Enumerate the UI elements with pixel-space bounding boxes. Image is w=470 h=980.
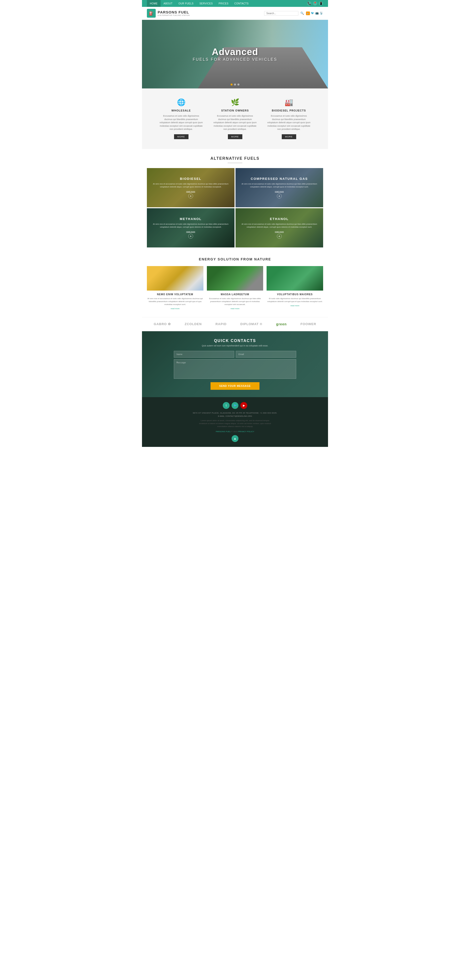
pumps-text: Eccusamus et iusto odio dignissimos duci… [207, 297, 264, 306]
wholesale-icon: 🌐 [159, 98, 203, 106]
station-image [147, 266, 203, 291]
phone2-icon[interactable]: 📱 [319, 1, 323, 6]
nozzle-text: Et iusto odio dignissimos ducimus qui bl… [267, 297, 323, 303]
contact-email-input[interactable] [236, 351, 296, 358]
nozzle-image [267, 266, 323, 291]
hero-subtitle: FUELS FOR ADVANCED VEHICLES [193, 57, 277, 62]
biodiesel-desc: At vero eos et accusamus et iusto odio d… [151, 183, 231, 188]
methanol-overlay: METHANOL At vero eos et accusamus et ius… [147, 208, 235, 247]
biodiesel-projects-title: BIODIESEL PROJECTS [267, 109, 311, 113]
scroll-to-top-button[interactable]: ▲ [232, 435, 238, 442]
fuel-card-methanol[interactable]: METHANOL At vero eos et accusamus et ius… [147, 208, 235, 247]
brand-green: green [276, 322, 287, 326]
hero-dot-3[interactable] [237, 84, 240, 86]
quick-contacts-title: QUICK CONTACTS [174, 339, 296, 343]
biodiesel-plus-icon[interactable]: + [188, 194, 193, 199]
header-right: 🔍 ▶ 🐦 📺 📡 [264, 11, 323, 16]
contact-name-input[interactable] [174, 351, 234, 358]
footer-bottom: PARSONS FUEL © 2015 PRIVACY POLICY [147, 431, 323, 433]
wholesale-title: WHOLESALE [159, 109, 203, 113]
station-owners-more-button[interactable]: MORE [228, 134, 242, 139]
logo: ⛽ PARSONS FUEL & ALTERNATIVE FUELING STA… [147, 9, 190, 18]
ethanol-name: ETHANOL [270, 217, 289, 221]
nav-links: HOME ABOUT OUR FUELS SERVICES PRICES CON… [147, 0, 252, 7]
hero-content: Advanced FUELS FOR ADVANCED VEHICLES [193, 47, 277, 62]
ethanol-read-more[interactable]: read more [275, 231, 284, 233]
nav-home[interactable]: HOME [147, 0, 160, 7]
youtube-icon[interactable]: 📺 [315, 11, 319, 15]
youtube-badge[interactable]: ▶ [306, 11, 310, 15]
footer-youtube-icon[interactable]: ▶ [240, 402, 247, 409]
energy-card-station: NEMO ENIM VOLUPTATEM At vero eos et accu… [147, 266, 203, 310]
site-footer: t 🐦 ▶ 9870 ST VINCENT PLACE, GLASGOW, DC… [142, 397, 328, 447]
pumps-read-more[interactable]: read more [207, 307, 264, 310]
nav-about[interactable]: ABOUT [160, 0, 176, 7]
nav-icons: 📞 📍 📱 [307, 1, 323, 6]
footer-tumblr-icon[interactable]: t [223, 402, 230, 409]
top-nav: HOME ABOUT OUR FUELS SERVICES PRICES CON… [142, 0, 328, 7]
cng-name: COMPRESSED NATURAL GAS [251, 177, 308, 181]
search-input[interactable] [264, 11, 299, 16]
nav-our-fuels[interactable]: OUR FUELS [176, 0, 197, 7]
biodiesel-read-more[interactable]: read more [186, 190, 195, 192]
ethanol-plus-icon[interactable]: + [277, 234, 282, 239]
nav-prices[interactable]: PRICES [216, 0, 231, 7]
biodiesel-projects-text: Eccusamus et iusto odio dignissimos duci… [267, 115, 311, 131]
cng-read-more[interactable]: read more [275, 190, 284, 192]
biodiesel-overlay: BIODIESEL At vero eos et accusamus et iu… [147, 168, 235, 207]
biodiesel-projects-more-button[interactable]: MORE [282, 134, 296, 139]
send-message-button[interactable]: SEND YOUR MESSAGE [211, 382, 259, 390]
social-icons: ▶ 🐦 📺 📡 [306, 11, 323, 15]
rss-icon[interactable]: 📡 [320, 11, 323, 15]
footer-year: © 2015 [231, 431, 238, 433]
feature-wholesale: 🌐 WHOLESALE Eccusamus et iusto odio dign… [154, 96, 208, 142]
footer-privacy-link[interactable]: PRIVACY POLICY [238, 431, 254, 433]
footer-email: E-MAIL: CONTACT@DEMOLINK.ORG [147, 415, 323, 417]
fuel-card-ethanol[interactable]: ETHANOL At vero eos et accusamus et iust… [235, 208, 323, 247]
ethanol-desc: At vero eos et accusamus et iusto odio d… [239, 223, 319, 229]
fuel-card-cng[interactable]: COMPRESSED NATURAL GAS At vero eos et ac… [235, 168, 323, 207]
hero-dots [230, 84, 240, 86]
logo-brand: PARSONS FUEL [158, 10, 190, 14]
fuels-grid: BIODIESEL At vero eos et accusamus et iu… [147, 168, 323, 247]
map-icon[interactable]: 📍 [313, 1, 317, 6]
nozzle-read-more[interactable]: read more [267, 304, 323, 307]
phone-icon[interactable]: 📞 [307, 1, 311, 6]
hero-dot-2[interactable] [234, 84, 236, 86]
hero-title: Advanced [193, 47, 277, 57]
nav-services[interactable]: SERVICES [197, 0, 216, 7]
energy-grid: NEMO ENIM VOLUPTATEM At vero eos et accu… [147, 266, 323, 310]
ethanol-overlay: ETHANOL At vero eos et accusamus et iust… [235, 208, 323, 247]
footer-description: Lorem ipsum dolor sit amet, consectetur … [198, 419, 272, 428]
quick-contacts-section: QUICK CONTACTS Quis autem vel eum iure r… [142, 331, 328, 397]
hero-dot-1[interactable] [230, 84, 233, 86]
footer-socials: t 🐦 ▶ [147, 402, 323, 409]
station-read-more[interactable]: read more [147, 307, 203, 310]
footer-address: 9870 ST VINCENT PLACE, GLASGOW, DC 45 FR… [147, 412, 323, 414]
contact-message-input[interactable] [174, 359, 296, 379]
energy-title: ENERGY SOLUTION FROM NATURE [147, 255, 323, 266]
twitter-icon[interactable]: 🐦 [311, 11, 314, 15]
alt-fuels-divider [228, 163, 242, 163]
station-owners-icon: 🌿 [213, 98, 257, 106]
quick-contacts-subtitle: Quis autem vel eum iure reprehenderit qu… [174, 344, 296, 347]
footer-brand-link[interactable]: PARSONS FUEL [216, 431, 230, 433]
nav-contacts[interactable]: CONTACTS [231, 0, 251, 7]
energy-card-pumps: MASSA LADREETUM Eccusamus et iusto odio … [207, 266, 264, 310]
feature-biodiesel-projects: 🏭 BIODIESEL PROJECTS Eccusamus et iusto … [262, 96, 316, 142]
wholesale-more-button[interactable]: MORE [174, 134, 189, 139]
search-button[interactable]: 🔍 [300, 11, 304, 15]
methanol-plus-icon[interactable]: + [188, 234, 193, 239]
quick-contacts-inner: QUICK CONTACTS Quis autem vel eum iure r… [174, 339, 296, 390]
station-text: At vero eos et accusamus et iusto odio d… [147, 297, 203, 306]
logo-icon: ⛽ [147, 9, 156, 18]
feature-station-owners: 🌿 STATION OWNERS Eccusamus et iusto odio… [208, 96, 262, 142]
footer-twitter-icon[interactable]: 🐦 [232, 402, 238, 409]
station-title: NEMO ENIM VOLUPTATEM [147, 293, 203, 296]
methanol-read-more[interactable]: read more [186, 231, 195, 233]
station-owners-text: Eccusamus et iusto odio dignissimos duci… [213, 115, 257, 131]
brand-diplomat: DIPLOMAT ® [240, 322, 262, 326]
fuel-card-biodiesel[interactable]: BIODIESEL At vero eos et accusamus et iu… [147, 168, 235, 207]
biodiesel-projects-icon: 🏭 [267, 98, 311, 106]
cng-plus-icon[interactable]: + [277, 194, 282, 199]
